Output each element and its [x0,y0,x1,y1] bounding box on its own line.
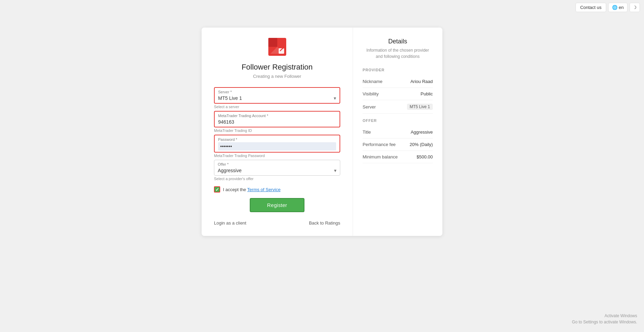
offer-label: Offer * [218,162,336,166]
server-field-wrapper: Server * ▾ [214,87,340,104]
watermark-line2: Go to Settings to activate Windows. [572,319,637,325]
server-input[interactable] [218,95,334,102]
visibility-value: Public [421,91,433,96]
offer-field-wrapper: Offer * ▾ [214,160,340,176]
globe-icon: 🌐 [612,5,618,10]
password-field-wrapper: Password * [214,135,340,153]
account-field-wrapper: MetaTrader Trading Account * [214,111,340,127]
offer-section-label: OFFER [363,118,433,123]
offer-field-group: Offer * ▾ Select a provider's offer [214,160,340,181]
nickname-label: Nickname [363,79,383,84]
svg-rect-1 [268,38,277,47]
details-subtitle: Information of the chosen provider and f… [363,47,433,60]
language-button[interactable]: 🌐 en [608,3,627,12]
provider-section-label: PROVIDER [363,68,433,72]
register-btn-wrapper: Register [214,198,340,212]
offer-field-row: ▾ [218,167,336,174]
details-section: Details Information of the chosen provid… [353,28,442,236]
account-label: MetaTrader Trading Account * [218,114,336,118]
lang-label: en [619,5,624,10]
offer-input[interactable] [218,167,334,174]
form-title: Follower Registration [242,63,313,72]
svg-point-5 [282,48,283,49]
register-button[interactable]: Register [250,198,304,212]
password-field-row [218,142,336,151]
terms-text: I accept the Terms of Service [223,187,280,192]
offer-dropdown-arrow[interactable]: ▾ [334,168,336,173]
password-hint: MetaTrader Trading Password [214,154,340,158]
terms-row: ✓ I accept the Terms of Service [214,186,340,193]
page-content: Follower Registration Creating a new Fol… [0,0,644,332]
watermark-line1: Activate Windows [572,313,637,319]
nickname-value: Ariou Raad [410,79,433,84]
password-input[interactable] [218,142,336,151]
top-bar: Contact us 🌐 en ☽ [571,0,644,15]
account-field-group: MetaTrader Trading Account * MetaTrader … [214,111,340,133]
server-field-group: Server * ▾ Select a server [214,87,340,109]
activate-watermark: Activate Windows Go to Settings to activ… [572,313,637,325]
terms-prefix: I accept the [223,187,247,192]
visibility-row: Visibility Public [363,88,433,100]
form-subtitle: Creating a new Follower [253,74,301,79]
password-label: Password * [218,137,336,142]
server-dropdown-arrow[interactable]: ▾ [334,95,336,101]
contact-button[interactable]: Contact us [576,3,606,12]
login-as-client-link[interactable]: Login as a client [214,220,246,226]
server-row: Server MT5 Live 1 [363,100,433,114]
password-field-group: Password * MetaTrader Trading Password [214,135,340,158]
form-footer: Login as a client Back to Ratings [214,220,340,226]
back-to-ratings-link[interactable]: Back to Ratings [309,220,340,226]
min-balance-value: $500.00 [417,154,433,159]
perf-fee-value: 20% (Daily) [410,142,433,147]
min-balance-row: Minimum balance $500.00 [363,151,433,163]
title-row: Title Aggressive [363,126,433,138]
account-input[interactable] [218,118,336,125]
offer-title-label: Title [363,129,371,135]
logo-container [268,38,286,57]
account-field-row [218,118,336,125]
nickname-row: Nickname Ariou Raad [363,75,433,88]
form-section: Follower Registration Creating a new Fol… [202,28,353,236]
server-detail-label: Server [363,104,376,110]
server-hint: Select a server [214,105,340,109]
account-hint: MetaTrader Trading ID [214,128,340,133]
server-field-row: ▾ [218,95,336,102]
theme-toggle-button[interactable]: ☽ [630,3,640,12]
main-card: Follower Registration Creating a new Fol… [202,28,442,236]
visibility-label: Visibility [363,91,379,96]
details-title: Details [363,38,433,45]
perf-fee-row: Performance fee 20% (Daily) [363,138,433,151]
server-detail-value: MT5 Live 1 [407,104,433,110]
server-label: Server * [218,90,336,94]
offer-title-value: Aggressive [411,129,433,135]
min-balance-label: Minimum balance [363,154,398,159]
perf-fee-label: Performance fee [363,142,396,147]
checkmark-icon: ✓ [215,187,219,192]
app-logo [268,38,286,56]
form-fields: Server * ▾ Select a server MetaTrader Tr… [214,87,340,226]
terms-checkbox[interactable]: ✓ [214,186,220,193]
terms-of-service-link[interactable]: Terms of Service [247,187,281,192]
offer-hint: Select a provider's offer [214,177,340,181]
